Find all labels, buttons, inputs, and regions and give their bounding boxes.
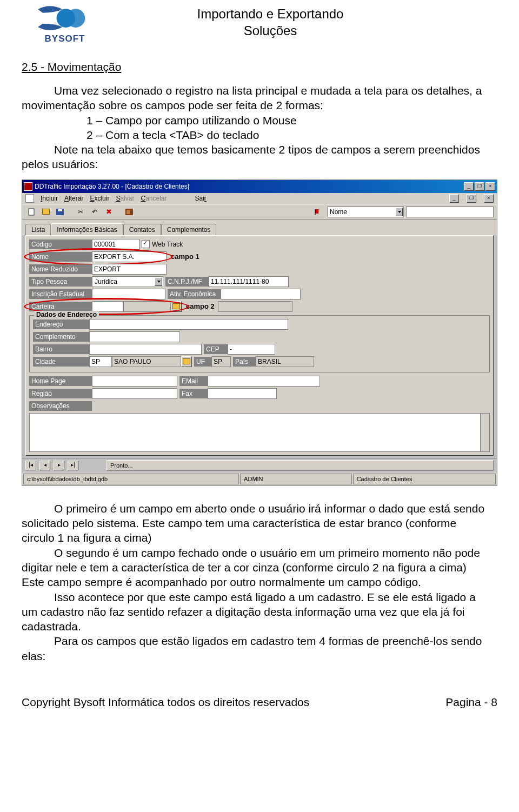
lookup-carteira-button[interactable] bbox=[171, 301, 182, 312]
menu-sair[interactable]: Sair bbox=[195, 195, 206, 202]
text-line: digitar nele e tem a característica de t… bbox=[22, 561, 467, 574]
toolbar-cut-icon[interactable]: ✂ bbox=[74, 206, 87, 218]
label-cidade: Cidade bbox=[33, 357, 89, 367]
scrollbar[interactable] bbox=[480, 414, 489, 451]
child-minimize-button[interactable]: _ bbox=[449, 194, 459, 203]
status-user: ADMIN bbox=[240, 474, 352, 484]
label-inscricao: Inscrição Estadual bbox=[29, 289, 92, 299]
combo-tipo-pessoa-value: Jurídica bbox=[95, 278, 117, 285]
input-endereco[interactable] bbox=[89, 319, 288, 330]
input-carteira-desc bbox=[123, 301, 171, 312]
page-footer: Copyright Bysoft Informática todos os di… bbox=[22, 696, 497, 709]
search-input[interactable] bbox=[406, 207, 494, 217]
text-line: Isso acontece por que este campo está li… bbox=[54, 591, 476, 603]
label-email: EMail bbox=[179, 376, 208, 386]
tabrow: Lista Informações Básicas Contatos Compl… bbox=[22, 220, 497, 235]
menu-excluir[interactable]: Excluir bbox=[90, 195, 109, 202]
bysoft-logo-icon bbox=[35, 5, 95, 32]
input-nome[interactable]: EXPORT S.A. bbox=[92, 251, 167, 262]
nav-first-button[interactable]: |◂ bbox=[25, 461, 36, 470]
search-field-combo[interactable]: Nome bbox=[327, 207, 404, 217]
tab-complementos[interactable]: Complementos bbox=[161, 224, 217, 236]
input-codigo[interactable]: 000001 bbox=[92, 239, 139, 250]
status-ready: Pronto... bbox=[107, 460, 494, 471]
search-field-value: Nome bbox=[330, 208, 347, 216]
intro-paragraph: Uma vez selecionado o registro na lista … bbox=[22, 83, 497, 172]
text-line: solicitado pelo sistema. Este campo tem … bbox=[22, 517, 456, 529]
titlebar: DDTraffic Importação 3.27.00 - [Cadastro… bbox=[22, 180, 497, 193]
input-inscricao[interactable] bbox=[92, 289, 165, 299]
input-ativ-economica[interactable] bbox=[221, 289, 301, 299]
minimize-button[interactable]: _ bbox=[464, 182, 474, 191]
text-line: 2 – Com a tecla <TAB> do teclado bbox=[86, 129, 259, 141]
toolbar-flag-icon[interactable] bbox=[312, 206, 325, 218]
textarea-observacoes[interactable] bbox=[29, 413, 490, 452]
toolbar-open-icon[interactable] bbox=[39, 206, 52, 218]
input-complemento[interactable] bbox=[89, 331, 180, 342]
status-path: c:\bysoft\ibdados\db_ibdtd.gdb bbox=[23, 474, 239, 484]
text-line: elas: bbox=[22, 650, 45, 662]
input-pais: BRASIL bbox=[256, 356, 314, 367]
tab-informacoes-basicas[interactable]: Informações Básicas bbox=[51, 223, 123, 235]
form-area: Código 000001 Web Track Nome EXPORT S.A.… bbox=[25, 235, 494, 456]
checkbox-webtrack[interactable] bbox=[142, 240, 150, 248]
svg-rect-7 bbox=[315, 209, 318, 214]
input-email[interactable] bbox=[208, 376, 320, 387]
text-line: O primeiro é um campo em aberto onde o u… bbox=[54, 502, 484, 515]
input-fax[interactable] bbox=[208, 388, 277, 399]
input-cnpj[interactable]: 11.111.111/1111-80 bbox=[209, 276, 289, 287]
nav-last-button[interactable]: ▸| bbox=[68, 461, 78, 470]
text-line: Note na tela abaixo que temos basicament… bbox=[54, 143, 480, 156]
child-maximize-button[interactable]: ❐ bbox=[467, 194, 476, 203]
input-bairro[interactable] bbox=[89, 344, 202, 355]
toolbar-save-icon[interactable] bbox=[54, 206, 66, 218]
label-observacoes: Observações bbox=[29, 401, 92, 411]
annotation-label-2: campo 2 bbox=[186, 302, 215, 310]
toolbar-exit-icon[interactable] bbox=[123, 206, 136, 218]
app-icon bbox=[24, 182, 32, 191]
doc-title-line2: Soluções bbox=[108, 22, 432, 39]
window-title: DDTraffic Importação 3.27.00 - [Cadastro… bbox=[35, 183, 189, 190]
input-regiao[interactable] bbox=[92, 388, 177, 399]
nav-next-button[interactable]: ▸ bbox=[54, 461, 64, 470]
label-pais: País bbox=[233, 357, 256, 367]
toolbar-delete-icon[interactable]: ✖ bbox=[102, 206, 115, 218]
tab-contatos[interactable]: Contatos bbox=[123, 224, 161, 236]
child-close-button[interactable]: × bbox=[484, 194, 494, 203]
label-tipo-pessoa: Tipo Pessoa bbox=[29, 277, 92, 287]
toolbar-new-icon[interactable] bbox=[25, 206, 38, 218]
nav-prev-button[interactable]: ◂ bbox=[39, 461, 50, 470]
close-button[interactable]: × bbox=[485, 182, 495, 191]
label-uf: UF bbox=[194, 357, 211, 367]
input-cidade-cod[interactable]: SP bbox=[89, 356, 112, 367]
label-carteira: Carteira bbox=[29, 302, 92, 311]
label-homepage: Home Page bbox=[29, 376, 92, 386]
child-window-icon bbox=[25, 194, 34, 203]
svg-point-1 bbox=[66, 9, 85, 28]
label-endereco: Endereço bbox=[33, 320, 89, 329]
input-homepage[interactable] bbox=[92, 376, 177, 387]
input-nome-reduzido[interactable]: EXPORT bbox=[92, 264, 167, 275]
combo-tipo-pessoa[interactable]: Jurídica bbox=[92, 276, 163, 287]
label-cnpj: C.N.P.J./MF bbox=[165, 277, 209, 287]
tab-lista[interactable]: Lista bbox=[25, 224, 51, 236]
toolbar-undo-icon[interactable]: ↶ bbox=[88, 206, 101, 218]
record-navbar: |◂ ◂ ▸ ▸| Pronto... bbox=[22, 458, 497, 472]
input-cep[interactable]: - bbox=[228, 344, 275, 355]
maximize-button[interactable]: ❐ bbox=[475, 182, 484, 191]
label-webtrack: Web Track bbox=[152, 241, 183, 248]
input-cidade-nome: SAO PAULO bbox=[112, 356, 181, 367]
menu-alterar[interactable]: Alterar bbox=[64, 195, 83, 202]
menu-incluir[interactable]: Incluir bbox=[41, 195, 58, 202]
svg-rect-2 bbox=[29, 209, 34, 215]
menubar: Incluir Alterar Excluir Salvar Cancelar … bbox=[22, 193, 497, 204]
section-heading: 2.5 - Movimentação bbox=[22, 61, 497, 74]
text-line: movimentação sobre os campos pode ser fe… bbox=[22, 99, 323, 111]
statusbar: c:\bysoft\ibdados\db_ibdtd.gdb ADMIN Cad… bbox=[22, 472, 497, 485]
input-carteira-cod[interactable] bbox=[92, 301, 123, 312]
lookup-cidade-button[interactable] bbox=[181, 356, 192, 367]
label-cep: CEP bbox=[204, 344, 228, 354]
doc-title: Importando e Exportando Soluções bbox=[108, 5, 497, 39]
status-module: Cadastro de Clientes bbox=[353, 474, 496, 484]
text-line: 1 – Campo por campo utilizando o Mouse bbox=[86, 114, 297, 127]
